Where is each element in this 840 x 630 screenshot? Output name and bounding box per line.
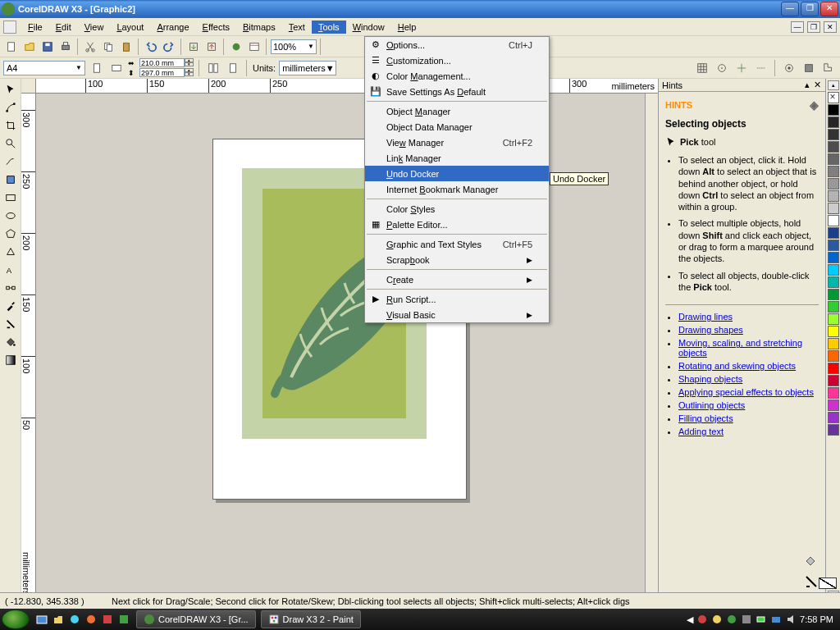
color-swatch[interactable] — [828, 203, 839, 214]
fill-tool[interactable] — [2, 334, 20, 350]
tray-volume-icon[interactable] — [785, 614, 797, 625]
task-coreldraw[interactable]: CorelDRAW X3 - [Gr... — [136, 610, 256, 628]
landscape-button[interactable] — [108, 60, 125, 76]
width-spinner[interactable]: ▴▾ — [185, 58, 194, 67]
menu-arrange[interactable]: Arrange — [150, 21, 195, 34]
crop-tool[interactable] — [2, 117, 20, 134]
tray-shield-icon[interactable] — [696, 614, 708, 625]
welcome-button[interactable] — [246, 39, 262, 55]
docker-close-button[interactable]: ✕ — [812, 80, 822, 90]
interactive-fill-tool[interactable] — [2, 352, 20, 368]
color-swatch[interactable] — [828, 424, 839, 436]
interactive-blend-tool[interactable] — [2, 280, 20, 296]
menu-bitmaps[interactable]: Bitmaps — [236, 21, 282, 34]
color-swatch[interactable] — [828, 326, 839, 337]
import-button[interactable] — [185, 39, 202, 55]
zoom-tool[interactable] — [2, 135, 20, 152]
menu-item-palette-editor[interactable]: ▦Palette Editor... — [365, 217, 549, 232]
menu-item-save-settings-as-default[interactable]: 💾Save Settings As Default — [365, 84, 549, 99]
menu-item-object-manager[interactable]: Object Manager — [365, 103, 549, 119]
docker-collapse-button[interactable]: ▴ — [802, 80, 812, 90]
hints-link[interactable]: Moving, scaling, and stretching objects — [678, 338, 802, 358]
all-pages-button[interactable] — [205, 60, 221, 76]
menu-item-link-manager[interactable]: Link Manager — [365, 150, 549, 166]
menu-item-run-script[interactable]: ▶Run Script... — [365, 291, 549, 307]
tray-icon[interactable] — [726, 614, 737, 625]
polygon-tool[interactable] — [2, 226, 20, 242]
tray-clock[interactable]: 7:58 PM — [800, 614, 833, 624]
ql-app2[interactable] — [116, 611, 131, 628]
menu-item-customization[interactable]: ☰Customization... — [365, 52, 549, 68]
current-page-button[interactable] — [225, 60, 241, 76]
palette-up-button[interactable]: ▴ — [828, 80, 839, 90]
height-spinner[interactable]: ▴▾ — [185, 68, 194, 77]
app-launcher-button[interactable] — [228, 39, 244, 55]
color-swatch[interactable] — [828, 116, 839, 128]
copy-button[interactable] — [100, 39, 116, 55]
hints-link[interactable]: Drawing shapes — [678, 325, 743, 335]
redo-button[interactable] — [161, 39, 177, 55]
menu-text[interactable]: Text — [282, 21, 312, 34]
color-swatch[interactable] — [828, 153, 839, 165]
book-icon[interactable]: ◈ — [810, 98, 819, 112]
menu-item-options[interactable]: ⚙Options...Ctrl+J — [365, 37, 549, 52]
task-paint[interactable]: Draw X3 2 - Paint — [261, 610, 361, 628]
color-swatch[interactable] — [828, 227, 839, 239]
page-width-input[interactable] — [139, 58, 185, 67]
color-swatch[interactable] — [828, 289, 839, 300]
save-button[interactable] — [39, 39, 56, 55]
color-swatch[interactable] — [828, 104, 839, 116]
menu-help[interactable]: Help — [391, 21, 423, 34]
basic-shapes-tool[interactable] — [2, 244, 20, 260]
new-button[interactable] — [3, 39, 20, 55]
tray-expand-button[interactable]: ◀ — [687, 614, 693, 625]
snap-button[interactable] — [694, 60, 710, 76]
color-swatch[interactable] — [828, 399, 839, 411]
menu-item-visual-basic[interactable]: Visual Basic▶ — [365, 307, 549, 322]
color-swatch[interactable] — [828, 276, 839, 288]
menu-item-undo-docker[interactable]: Undo Docker — [365, 166, 549, 181]
freehand-tool[interactable] — [2, 153, 20, 170]
cut-button[interactable] — [82, 39, 98, 55]
menu-window[interactable]: Window — [346, 21, 391, 34]
color-swatch[interactable] — [828, 350, 839, 362]
tray-network-icon[interactable] — [770, 614, 782, 625]
menu-item-view-manager[interactable]: View ManagerCtrl+F2 — [365, 135, 549, 150]
color-swatch[interactable] — [828, 178, 839, 189]
portrait-button[interactable] — [89, 60, 105, 76]
hints-link[interactable]: Drawing lines — [678, 312, 733, 322]
tray-battery-icon[interactable] — [756, 614, 767, 625]
start-button[interactable] — [2, 609, 30, 629]
outline-indicator-icon[interactable] — [804, 574, 819, 589]
hints-link[interactable]: Filling objects — [678, 413, 733, 423]
menu-edit[interactable]: Edit — [49, 21, 78, 34]
mdi-minimize-button[interactable]: — — [791, 21, 804, 33]
menu-item-scrapbook[interactable]: Scrapbook▶ — [365, 252, 549, 267]
paste-button[interactable] — [118, 39, 135, 55]
menu-file[interactable]: File — [21, 21, 49, 34]
color-swatch[interactable] — [828, 338, 839, 349]
page-height-input[interactable] — [139, 68, 185, 77]
color-swatch[interactable] — [828, 190, 839, 202]
menu-layout[interactable]: Layout — [110, 21, 150, 34]
minimize-button[interactable]: — — [781, 2, 799, 16]
color-swatch[interactable] — [828, 387, 839, 399]
no-fill-swatch[interactable] — [828, 92, 839, 103]
ql-explorer[interactable] — [51, 611, 66, 628]
menu-item-object-data-manager[interactable]: Object Data Manager — [365, 119, 549, 135]
export-button[interactable] — [203, 39, 220, 55]
color-swatch[interactable] — [828, 129, 839, 140]
paper-size-combo[interactable]: A4 ▼ — [3, 61, 85, 75]
outline-tool[interactable] — [2, 316, 20, 332]
draw-complex-button[interactable] — [820, 60, 837, 76]
color-swatch[interactable] — [828, 375, 839, 386]
color-swatch[interactable] — [828, 141, 839, 153]
menu-item-color-management[interactable]: ◐Color Management... — [365, 68, 549, 84]
eyedropper-tool[interactable] — [2, 298, 20, 314]
hints-link[interactable]: Rotating and skewing objects — [678, 361, 796, 371]
mdi-restore-button[interactable]: ❐ — [807, 21, 820, 33]
menu-view[interactable]: View — [78, 21, 111, 34]
menu-item-create[interactable]: Create▶ — [365, 272, 549, 287]
rectangle-tool[interactable] — [2, 189, 20, 206]
undo-button[interactable] — [143, 39, 159, 55]
